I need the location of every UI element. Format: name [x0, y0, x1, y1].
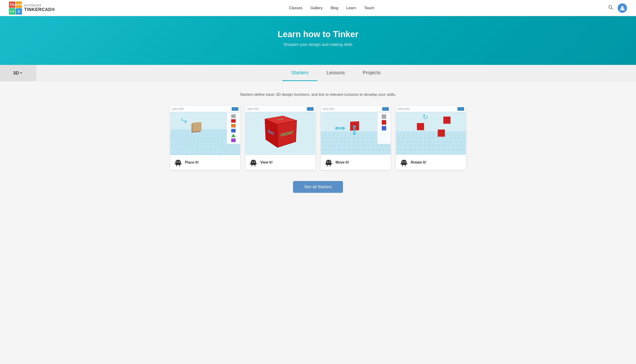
starters-description: Starters define basic 3D design function…	[170, 92, 466, 97]
category-3d-dropdown[interactable]: 3D ▼	[0, 65, 36, 81]
card-footer-4: Rotate It!	[396, 155, 466, 170]
svg-line-33	[331, 163, 332, 164]
card-title-1: Place It!	[185, 160, 199, 164]
shape-cone	[231, 129, 236, 132]
logo-tinkercad-label: TINKERCAD®	[24, 7, 55, 12]
category-tabs: Starters Lessons Projects	[36, 65, 636, 81]
card-move-it[interactable]: ⟺ ⟺	[321, 106, 391, 170]
rotate-box-3	[443, 116, 451, 124]
see-all-starters-button[interactable]: See all Starters	[293, 181, 343, 193]
shape-other	[231, 138, 236, 142]
user-avatar[interactable]	[618, 3, 627, 13]
card-footer-2: View It!	[246, 155, 315, 170]
cards-grid: ↪	[170, 106, 466, 170]
logo-area[interactable]: TIN KER CA D AUTODESK® TINKERCAD®	[9, 2, 55, 14]
toolbar-mini-1	[170, 106, 240, 112]
toolbar-icon-5	[323, 108, 328, 110]
cube-front-face: FRONT	[277, 120, 297, 148]
sidebar-shapes	[227, 112, 240, 144]
nav-gallery[interactable]: Gallery	[311, 6, 323, 10]
logo-cell-d: D	[16, 8, 22, 14]
svg-line-1	[611, 8, 613, 10]
svg-line-34	[327, 165, 327, 167]
toolbar-btn-3	[382, 107, 389, 111]
svg-point-29	[327, 162, 328, 162]
svg-rect-15	[252, 160, 255, 162]
nav-teach[interactable]: Teach	[364, 6, 374, 10]
search-icon	[608, 5, 613, 10]
scene-place: ↪	[170, 106, 240, 155]
card-image-rotate: ↻	[396, 106, 466, 155]
place-arrow-icon: ↪	[179, 115, 189, 126]
svg-point-19	[254, 162, 255, 162]
toolbar-icon-1	[172, 108, 177, 110]
card-footer-1: Place It!	[170, 155, 240, 170]
svg-line-35	[330, 165, 330, 167]
main-content: Starters define basic 3D design function…	[161, 81, 475, 204]
main-nav: Classes Gallery Blog Learn Teach	[289, 6, 374, 10]
card-title-2: View It!	[260, 160, 273, 164]
shape-pyramid	[231, 134, 236, 137]
rotate-arrow-icon: ↻	[422, 113, 428, 121]
tab-lessons[interactable]: Lessons	[317, 65, 354, 81]
mascot-icon-4	[400, 158, 408, 167]
category-bar: 3D ▼ Starters Lessons Projects	[0, 65, 636, 81]
card-title-4: Rotate It!	[411, 160, 426, 164]
svg-rect-31	[327, 164, 330, 164]
shape-1	[382, 114, 386, 119]
toolbar-mini-3	[321, 106, 391, 112]
svg-point-2	[621, 6, 623, 8]
tab-projects[interactable]: Projects	[354, 65, 389, 81]
hero-title: Learn how to Tinker	[5, 30, 631, 39]
toolbar-btn-1	[232, 107, 238, 111]
shape-3	[382, 126, 386, 130]
nav-icons	[608, 3, 627, 13]
svg-line-12	[176, 165, 177, 167]
search-button[interactable]	[608, 5, 613, 11]
see-all-container: See all Starters	[170, 181, 466, 193]
mascot-icon-2	[249, 158, 258, 167]
logo-cell-ker: KER	[16, 2, 22, 8]
shape-sphere	[231, 124, 236, 128]
toolbar-icon-6	[329, 108, 334, 110]
hero-section: Learn how to Tinker Sharpen your design …	[0, 16, 636, 65]
card-view-it[interactable]: FRONT RIGHT TOP	[246, 106, 315, 170]
svg-rect-37	[402, 160, 405, 162]
card-image-place: ↪	[170, 106, 240, 155]
svg-point-40	[402, 162, 403, 162]
svg-point-18	[252, 162, 253, 162]
svg-rect-42	[402, 164, 405, 164]
shape-cylinder	[231, 114, 236, 118]
move-arrows-vert-icon: ⟺	[350, 125, 359, 135]
svg-line-32	[325, 163, 326, 164]
card-image-move: ⟺ ⟺	[321, 106, 391, 155]
sidebar-shapes-3	[377, 112, 391, 144]
logo-text: AUTODESK® TINKERCAD®	[24, 4, 55, 12]
rotate-workplane	[396, 132, 466, 154]
card-place-it[interactable]: ↪	[170, 106, 240, 170]
header: TIN KER CA D AUTODESK® TINKERCAD® Classe…	[0, 0, 636, 16]
logo-cell-tin: TIN	[9, 2, 15, 8]
svg-line-11	[180, 163, 182, 164]
svg-line-24	[255, 165, 255, 167]
tab-starters[interactable]: Starters	[282, 65, 317, 81]
svg-line-46	[405, 165, 405, 167]
svg-point-7	[176, 162, 177, 162]
place-box	[192, 122, 201, 132]
nav-classes[interactable]: Classes	[289, 6, 302, 10]
card-rotate-it[interactable]: ↻ Rotate It!	[396, 106, 466, 170]
toolbar-icon-8	[404, 108, 409, 110]
rotate-box-2	[438, 130, 445, 137]
toolbar-icon-7	[398, 108, 403, 110]
shape-2	[382, 120, 386, 124]
avatar-icon	[619, 5, 625, 11]
svg-rect-26	[327, 160, 330, 162]
svg-line-10	[174, 163, 175, 164]
card-footer-3: Move It!	[321, 155, 391, 170]
nav-blog[interactable]: Blog	[331, 6, 338, 10]
mascot-icon-1	[174, 158, 182, 167]
svg-line-13	[179, 165, 180, 167]
nav-learn[interactable]: Learn	[346, 6, 356, 10]
logo-grid: TIN KER CA D	[9, 2, 22, 14]
hero-subtitle: Sharpen your design and making skills	[5, 42, 631, 47]
